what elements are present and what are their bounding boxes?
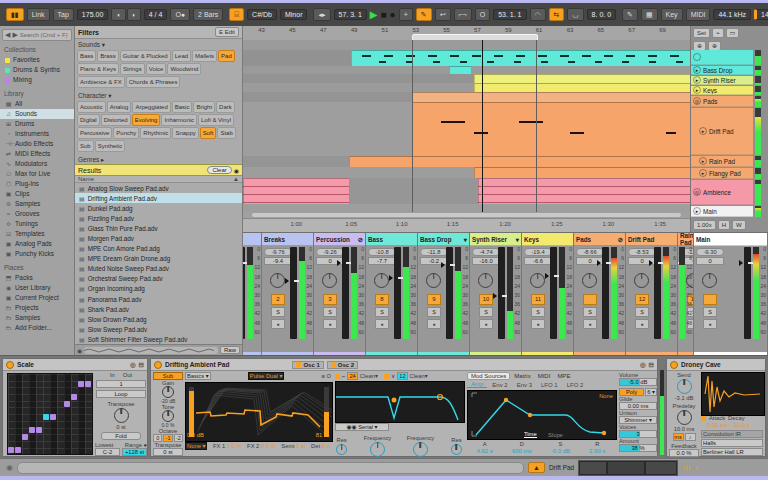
filter-tag[interactable]: Bright <box>193 101 215 113</box>
filter-tag[interactable]: Analog <box>107 101 132 113</box>
library-item[interactable]: ◔ Instruments <box>0 129 74 139</box>
filter1-type-icon[interactable]: ⌐ <box>342 373 345 379</box>
filter1-circuit-select[interactable]: Clean▾ <box>360 373 378 379</box>
sub-transpose-field[interactable]: 0 st <box>153 448 183 456</box>
glide-field[interactable]: 0.00 ms <box>619 402 657 410</box>
name-column-header[interactable]: Name <box>78 176 94 182</box>
volume-field[interactable]: -7.7 <box>368 257 396 265</box>
track-name[interactable]: Pads <box>703 98 717 105</box>
adsr-value[interactable]: 2.90 s <box>589 448 605 454</box>
ir-category-select[interactable]: Halls <box>701 439 763 447</box>
filter-tag[interactable]: Strings <box>120 63 145 75</box>
track-activator[interactable]: 11 <box>531 294 545 305</box>
filter-tag[interactable]: Punchy <box>113 127 139 139</box>
record-button[interactable]: ● <box>390 9 396 20</box>
solo-button[interactable]: S <box>323 307 337 317</box>
scale-note-cell[interactable] <box>85 381 91 387</box>
track-header[interactable]: ▸ Rain Pad <box>691 156 753 167</box>
filter-tag[interactable]: Woodwind <box>167 63 201 75</box>
ir-attack-on-icon[interactable] <box>701 416 706 421</box>
mixer-track-name[interactable]: Keys <box>522 233 573 246</box>
filter-display[interactable] <box>335 381 465 423</box>
filter-tag[interactable]: Lead <box>172 50 191 62</box>
decay-value[interactable]: 20.0 s <box>734 422 750 428</box>
mixer-track-name[interactable]: Drift Pad <box>626 233 677 246</box>
track-header[interactable]: ▸ Synth Riser <box>691 76 753 85</box>
scale-note-cell[interactable] <box>36 427 42 433</box>
arm-button[interactable]: ● <box>583 319 597 329</box>
place-item[interactable]: 🗀 Samples <box>0 313 74 323</box>
scale-root-menu[interactable]: C#/Db <box>247 9 277 20</box>
track-activator[interactable] <box>583 294 597 305</box>
library-item[interactable]: ▣ Punchy Kicks <box>0 249 74 259</box>
collection-item[interactable]: Favorites <box>0 55 74 65</box>
result-item[interactable]: ▤ Morgen Pad.adv <box>75 233 242 243</box>
voices-field[interactable]: 3 <box>619 430 657 438</box>
track-name[interactable]: Flangy Pad <box>709 170 741 177</box>
result-item[interactable]: ▤ Organ Incoming.adg <box>75 284 242 294</box>
arrangement-clip[interactable] <box>349 156 690 167</box>
fader-handle[interactable] <box>597 260 601 266</box>
osc-fx-mode-select[interactable]: None ▾ <box>185 442 207 450</box>
track-activator[interactable]: 8 <box>375 294 389 305</box>
set-button[interactable]: Set <box>693 28 710 38</box>
solo-button[interactable]: S <box>375 307 389 317</box>
library-item[interactable]: ≋ Samples <box>0 199 74 209</box>
track-activator[interactable]: 3 <box>323 294 337 305</box>
solo-button[interactable]: S <box>531 307 545 317</box>
track-fold-icon[interactable]: ▸ <box>699 169 707 177</box>
beat-time-ruler[interactable]: 43 45 47 49 51 53 55 57 59 61 63 65 <box>243 26 690 41</box>
midi-map-button[interactable]: MIDI <box>686 8 711 21</box>
fwd-arrow-icon[interactable]: ▶ <box>12 31 17 39</box>
arrangement-clip[interactable] <box>412 92 690 102</box>
filter-tag[interactable]: Mallets <box>192 50 217 62</box>
volume-fader[interactable] <box>654 247 661 339</box>
track-menu-icon[interactable]: ▾ <box>516 236 519 243</box>
semi-value[interactable]: 0 st <box>296 443 305 449</box>
result-item[interactable]: ▤ MPE Con Amore Pad.adg <box>75 244 242 254</box>
pan-knob[interactable] <box>478 273 493 288</box>
zoom-height-button[interactable]: H <box>718 220 730 230</box>
arrangement-clip[interactable] <box>474 74 690 83</box>
track-name[interactable]: Keys <box>703 87 717 94</box>
result-item[interactable]: ▤ Orchestral Sweep Pad.adv <box>75 274 242 284</box>
mod-sub-tab[interactable]: Env 2 <box>488 382 511 388</box>
f2-res-knob[interactable] <box>451 444 462 455</box>
library-item[interactable]: ⊣⊢ Audio Effects <box>0 139 74 149</box>
device-on-button[interactable] <box>670 361 678 369</box>
follow-button[interactable]: ◂▸ <box>313 8 330 21</box>
sub-tone-knob[interactable] <box>162 410 174 422</box>
volume-fader[interactable] <box>602 247 609 339</box>
result-item[interactable]: ▤ Analog Slow Sweep Pad.adv <box>75 183 242 193</box>
mixer-track-name[interactable]: Bass Drop ▾ <box>418 233 469 246</box>
result-item[interactable]: ▤ Slow Drown Pad.adg <box>75 314 242 324</box>
track-activator[interactable]: 2 <box>271 294 285 305</box>
wavetable-position-slider[interactable] <box>324 387 329 437</box>
library-item[interactable]: ∿ Modulators <box>0 159 74 169</box>
mixer-track-name[interactable]: Breaks <box>262 233 313 246</box>
scale-note-cell[interactable] <box>50 414 56 420</box>
mod-sub-tab[interactable]: LFO 2 <box>563 382 588 388</box>
volume-fader[interactable] <box>550 247 557 339</box>
unison-mode-select[interactable]: Shimmer ▾ <box>619 416 657 424</box>
result-item[interactable]: ▤ Drifting Ambient Pad.adv <box>75 193 242 203</box>
track-fold-icon[interactable]: ◎ <box>693 97 701 105</box>
metronome-button[interactable]: O● <box>170 8 190 21</box>
fx1-value[interactable]: 0.0 % <box>227 443 242 449</box>
track-header[interactable]: ◎ Pads <box>691 96 753 107</box>
track-lane[interactable] <box>243 204 690 212</box>
sort-icon[interactable]: ▲ <box>233 176 239 182</box>
filter-tag[interactable]: Basic <box>172 101 193 113</box>
result-item[interactable]: ▤ Muted Noise Sweep Pad.adv <box>75 264 242 274</box>
scale-pad-grid[interactable] <box>7 373 93 455</box>
mixer-track-name[interactable]: Synth Riser ▾ <box>470 233 521 246</box>
filter-tag[interactable]: Pad <box>218 50 235 62</box>
filter-tag[interactable]: Lofi & Vinyl <box>198 114 234 126</box>
link-button[interactable]: Link <box>27 8 50 21</box>
filter-tag[interactable]: Acoustic <box>77 101 106 113</box>
scale-mode-icon[interactable]: ⌸ <box>229 8 244 21</box>
grid-button[interactable]: ▦ <box>641 8 658 21</box>
track-fold-icon[interactable]: ▸ <box>693 66 701 74</box>
predelay-ms-button[interactable]: ms <box>673 433 684 441</box>
filter-tag[interactable]: Guitar & Plucked <box>120 50 171 62</box>
